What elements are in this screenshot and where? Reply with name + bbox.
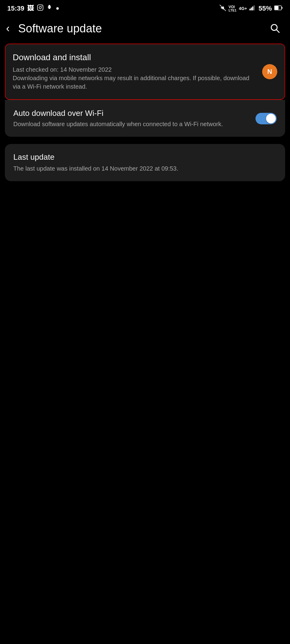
svg-point-2	[41, 6, 42, 6]
status-bar: 15:39 🖼 VOl LTE1 4G+	[0, 0, 290, 16]
svg-rect-7	[254, 5, 255, 10]
svg-point-1	[39, 6, 41, 8]
status-left: 15:39 🖼	[7, 4, 59, 13]
download-install-title: Download and install	[13, 53, 257, 62]
auto-download-text: Auto download over Wi-Fi Download softwa…	[13, 109, 251, 128]
auto-download-title: Auto download over Wi-Fi	[13, 109, 251, 118]
search-button[interactable]	[268, 21, 282, 36]
signal-icon	[249, 5, 256, 12]
nav-left: ‹ Software update	[5, 22, 102, 35]
svg-rect-5	[251, 8, 252, 10]
auto-download-item[interactable]: Auto download over Wi-Fi Download softwa…	[5, 100, 285, 137]
last-update-card[interactable]: Last update The last update was installe…	[5, 144, 285, 181]
download-install-card[interactable]: Download and install Last checked on: 14…	[5, 44, 285, 100]
settings-group-auto: Auto download over Wi-Fi Download softwa…	[5, 100, 285, 137]
toggle-knob	[266, 114, 276, 123]
auto-download-toggle[interactable]	[255, 113, 277, 124]
download-card-text: Download and install Last checked on: 14…	[13, 53, 262, 91]
svg-rect-6	[252, 6, 253, 10]
svg-rect-10	[282, 7, 282, 9]
svg-rect-4	[249, 8, 251, 10]
svg-point-11	[271, 25, 277, 31]
status-right: VOl LTE1 4G+ 55%	[219, 5, 283, 13]
search-icon	[269, 23, 280, 34]
svg-rect-0	[38, 5, 43, 10]
instagram-icon	[37, 4, 44, 13]
gallery-icon: 🖼	[27, 5, 34, 12]
network-type: VOl LTE1	[229, 5, 236, 12]
auto-download-desc: Download software updates automatically …	[13, 120, 251, 128]
snapchat-icon	[47, 4, 53, 13]
auto-download-toggle-container	[255, 113, 277, 124]
download-install-desc: Last checked on: 14 November 2022Downloa…	[13, 65, 257, 91]
last-update-desc: The last update was installed on 14 Nove…	[13, 164, 277, 173]
status-time: 15:39	[7, 5, 24, 12]
top-nav: ‹ Software update	[0, 16, 290, 41]
notification-badge: N	[262, 64, 277, 79]
main-content: Download and install Last checked on: 14…	[0, 41, 290, 186]
svg-rect-9	[275, 6, 278, 10]
network-speed-icon: 4G+	[239, 6, 247, 11]
page-title: Software update	[18, 22, 102, 35]
last-update-title: Last update	[13, 152, 277, 162]
svg-line-12	[276, 30, 279, 33]
notification-dot	[56, 7, 59, 10]
mute-icon	[219, 5, 226, 13]
back-button[interactable]: ‹	[5, 22, 13, 35]
battery-percentage: 55%	[259, 5, 272, 12]
battery-icon	[274, 5, 283, 12]
svg-line-3	[220, 5, 226, 11]
